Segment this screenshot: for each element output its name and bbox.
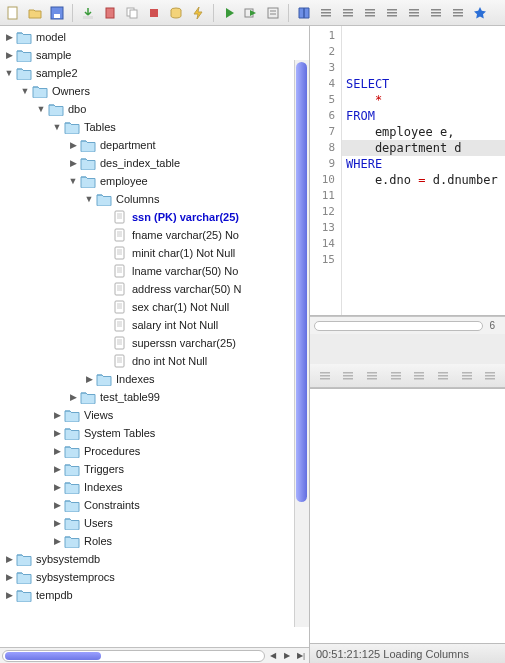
expand-triangle-closed-icon[interactable]: ▶ <box>52 428 62 438</box>
code-line: SELECT <box>346 76 505 92</box>
tree-item[interactable]: ▶department <box>68 136 309 154</box>
wand-icon[interactable] <box>427 4 445 22</box>
column-item[interactable]: fname varchar(25) No <box>100 226 309 244</box>
tree-item[interactable]: ▶Constraints <box>52 496 309 514</box>
indent-right-icon[interactable] <box>434 367 452 385</box>
tree-vertical-scrollbar[interactable] <box>294 60 309 627</box>
tree-item[interactable]: ▶sybsystemdb <box>4 550 309 568</box>
expand-triangle-closed-icon[interactable]: ▶ <box>52 536 62 546</box>
tree-item[interactable]: ▼employee <box>68 172 309 190</box>
tree-item[interactable]: ▼Columns <box>84 190 309 208</box>
tree-item[interactable]: ▶Users <box>52 514 309 532</box>
book-icon[interactable] <box>295 4 313 22</box>
column-icon <box>112 318 128 332</box>
import-icon[interactable] <box>79 4 97 22</box>
expand-triangle-closed-icon[interactable]: ▶ <box>52 464 62 474</box>
tree-item[interactable]: ▶Procedures <box>52 442 309 460</box>
tree-item[interactable]: ▶Triggers <box>52 460 309 478</box>
palette-icon[interactable] <box>449 4 467 22</box>
indent-icon[interactable] <box>383 4 401 22</box>
expand-triangle-open-icon[interactable]: ▼ <box>84 194 94 204</box>
execute-selection-icon[interactable] <box>242 4 260 22</box>
execute-icon[interactable] <box>220 4 238 22</box>
tree-item[interactable]: ▶Indexes <box>84 370 309 388</box>
expand-triangle-closed-icon[interactable]: ▶ <box>84 374 94 384</box>
align-right-icon[interactable] <box>361 4 379 22</box>
expand-triangle-closed-icon[interactable]: ▶ <box>4 50 14 60</box>
column-item[interactable]: dno int Not Null <box>100 352 309 370</box>
lightning-icon[interactable] <box>189 4 207 22</box>
column-icon <box>112 282 128 296</box>
align-left-icon[interactable] <box>317 4 335 22</box>
expand-triangle-closed-icon[interactable]: ▶ <box>52 446 62 456</box>
svg-rect-13 <box>321 9 331 11</box>
expand-triangle-closed-icon[interactable]: ▶ <box>52 500 62 510</box>
stop-icon[interactable] <box>145 4 163 22</box>
refresh-icon[interactable] <box>316 367 334 385</box>
open-icon[interactable] <box>26 4 44 22</box>
tree-item[interactable]: ▶des_index_table <box>68 154 309 172</box>
tree-item[interactable]: ▶test_table99 <box>68 388 309 406</box>
column-item[interactable]: minit char(1) Not Null <box>100 244 309 262</box>
column-item[interactable]: ssn (PK) varchar(25) <box>100 208 309 226</box>
tree-item[interactable]: ▶System Tables <box>52 424 309 442</box>
copy-icon[interactable] <box>458 367 476 385</box>
tree-item[interactable]: ▼sample2 <box>4 64 309 82</box>
expand-triangle-open-icon[interactable]: ▼ <box>20 86 30 96</box>
tree-item[interactable]: ▼Tables <box>52 118 309 136</box>
results-grid[interactable] <box>310 388 505 643</box>
tree-item[interactable]: ▶sybsystemprocs <box>4 568 309 586</box>
database-icon[interactable] <box>167 4 185 22</box>
code-area[interactable]: SELECT *FROM employee e, department dWHE… <box>342 26 505 315</box>
expand-triangle-closed-icon[interactable]: ▶ <box>68 140 78 150</box>
indent-left-icon[interactable] <box>411 367 429 385</box>
expand-triangle-closed-icon[interactable]: ▶ <box>52 482 62 492</box>
tree-item[interactable]: ▶Views <box>52 406 309 424</box>
sql-editor[interactable]: 123456789101112131415 SELECT *FROM emplo… <box>310 26 505 316</box>
column-item[interactable]: address varchar(50) N <box>100 280 309 298</box>
tree-item[interactable]: ▶sample <box>4 46 309 64</box>
column-item[interactable]: lname varchar(50) No <box>100 262 309 280</box>
tree-item[interactable]: ▼dbo <box>36 100 309 118</box>
nav-back-icon[interactable] <box>340 367 358 385</box>
expand-triangle-closed-icon[interactable]: ▶ <box>4 554 14 564</box>
save-icon[interactable] <box>48 4 66 22</box>
editor-horizontal-scrollbar[interactable]: 6 <box>310 316 505 334</box>
tree-horizontal-scrollbar[interactable]: ◀ ▶ ▶| <box>0 647 309 663</box>
tree-item[interactable]: ▶model <box>4 28 309 46</box>
tree-item[interactable]: ▶tempdb <box>4 586 309 604</box>
tree-item[interactable]: ▼Owners <box>20 82 309 100</box>
tree-item[interactable]: ▶Roles <box>52 532 309 550</box>
rows-icon[interactable] <box>363 367 381 385</box>
expand-triangle-open-icon[interactable]: ▼ <box>52 122 62 132</box>
drop-icon[interactable] <box>101 4 119 22</box>
outdent-icon[interactable] <box>405 4 423 22</box>
expand-triangle-open-icon[interactable]: ▼ <box>36 104 46 114</box>
expand-triangle-closed-icon[interactable]: ▶ <box>4 572 14 582</box>
scroll-right-icon[interactable]: ▶ <box>281 650 293 662</box>
expand-triangle-open-icon[interactable]: ▼ <box>68 176 78 186</box>
expand-triangle-closed-icon[interactable]: ▶ <box>52 518 62 528</box>
expand-triangle-closed-icon[interactable]: ▶ <box>52 410 62 420</box>
tree-item[interactable]: ▶Indexes <box>52 478 309 496</box>
expand-triangle-closed-icon[interactable]: ▶ <box>4 32 14 42</box>
expand-triangle-closed-icon[interactable]: ▶ <box>68 392 78 402</box>
expand-triangle-closed-icon[interactable]: ▶ <box>4 590 14 600</box>
scroll-left-icon[interactable]: ◀ <box>267 650 279 662</box>
paste-icon[interactable] <box>481 367 499 385</box>
format-icon[interactable] <box>264 4 282 22</box>
column-item[interactable]: sex char(1) Not Null <box>100 298 309 316</box>
tree-view[interactable]: ▶model▶sample▼sample2▼Owners▼dbo▼Tables▶… <box>0 26 309 647</box>
align-center-icon[interactable] <box>339 4 357 22</box>
expand-triangle-closed-icon[interactable]: ▶ <box>68 158 78 168</box>
svg-rect-0 <box>8 7 17 19</box>
expand-triangle-open-icon[interactable]: ▼ <box>4 68 14 78</box>
copy-object-icon[interactable] <box>123 4 141 22</box>
nav-fwd-icon[interactable] <box>387 367 405 385</box>
star-icon[interactable] <box>471 4 489 22</box>
new-icon[interactable] <box>4 4 22 22</box>
column-item[interactable]: salary int Not Null <box>100 316 309 334</box>
column-item[interactable]: superssn varchar(25) <box>100 334 309 352</box>
tree-item-label: salary int Not Null <box>130 319 218 331</box>
scroll-end-icon[interactable]: ▶| <box>295 650 307 662</box>
